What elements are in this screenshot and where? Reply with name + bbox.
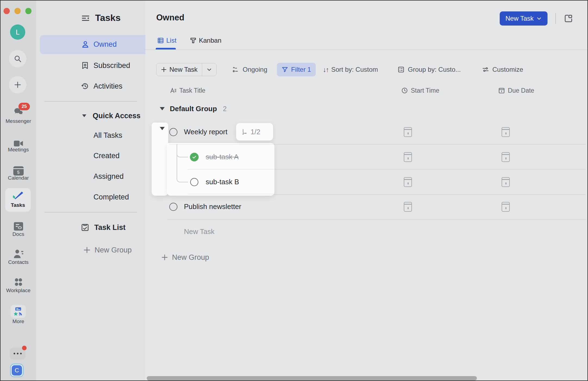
traffic-minimize-button[interactable] [14, 8, 21, 14]
collapse-sidebar-button[interactable] [81, 14, 90, 23]
sidebar-item-activities-label: Activities [93, 82, 123, 90]
clock-icon [401, 87, 408, 94]
due-date-placeholder-icon[interactable] [502, 177, 510, 187]
funnel-icon [282, 66, 288, 73]
task-list-label: Task List [94, 223, 126, 232]
search-button[interactable] [9, 50, 26, 67]
contacts-icon [14, 249, 23, 258]
new-task-header-button[interactable]: New Task [500, 11, 548, 26]
avatar[interactable]: L [10, 24, 25, 40]
kanban-view-icon [190, 37, 197, 44]
ongoing-filter-button[interactable]: Ongoing [232, 63, 267, 76]
sidebar-item-completed[interactable]: Completed [93, 191, 129, 203]
sidebar-item-contacts[interactable] [1, 249, 36, 258]
tasks-sidebar: Tasks Owned 2 Subscribed Activiti [36, 1, 145, 380]
sort-label: Sort by: Custom [331, 66, 378, 73]
sidebar-item-subscribed[interactable]: Subscribed [81, 60, 130, 71]
sidebar-item-activities[interactable]: Activities [81, 80, 123, 92]
task-checkbox[interactable] [169, 203, 177, 211]
plus-icon [83, 246, 91, 254]
group-header-default[interactable]: Default Group 2 [160, 103, 227, 114]
sidebar-item-meetings-label: Meetings [1, 147, 36, 153]
group-header-label: Default Group [170, 105, 217, 113]
inline-new-task-button[interactable]: New Task [184, 227, 214, 236]
tab-list-label: List [166, 37, 176, 44]
sidebar-new-group-button[interactable]: New Group [83, 244, 132, 256]
due-date-placeholder-icon[interactable] [502, 202, 510, 212]
traffic-close-button[interactable] [4, 8, 10, 14]
calendar-day-number: 5 [13, 169, 24, 176]
sidebar-item-docs[interactable] [1, 222, 36, 231]
new-task-header-label: New Task [505, 15, 534, 22]
group-by-button[interactable]: Group by: Custo... [398, 63, 461, 76]
task-checkbox-checked[interactable] [190, 153, 199, 161]
new-group-button[interactable]: New Group [161, 252, 209, 263]
column-task-title-label: Task Title [179, 87, 205, 94]
sidebar-item-assigned[interactable]: Assigned [93, 170, 124, 182]
start-time-placeholder-icon[interactable] [404, 152, 412, 162]
sidebar-item-created[interactable]: Created [93, 150, 120, 162]
ongoing-status-icon [232, 66, 239, 73]
subtask-counter-pill[interactable]: 1/2 [241, 126, 260, 138]
task-title: Weekly report [184, 128, 227, 136]
start-time-placeholder-icon[interactable] [404, 202, 412, 212]
traffic-zoom-button[interactable] [25, 8, 32, 14]
filter-button[interactable]: Filter 1 [277, 63, 316, 76]
avatar-initial: L [16, 28, 20, 36]
sidebar-item-workplace-label: Workplace [1, 288, 36, 293]
start-time-placeholder-icon[interactable] [404, 177, 412, 187]
group-by-label: Group by: Custo... [408, 66, 461, 73]
ongoing-label: Ongoing [243, 66, 267, 73]
chevron-down-icon [536, 16, 542, 21]
customize-button[interactable]: Customize [482, 63, 523, 76]
sidebar-title: Tasks [95, 13, 121, 23]
plus-icon [14, 81, 22, 89]
start-time-placeholder-icon[interactable] [404, 127, 412, 137]
ellipsis-icon [14, 353, 15, 354]
tab-kanban-label: Kanban [199, 37, 221, 44]
column-due-date[interactable]: Due Date [498, 85, 534, 96]
more-apps-icon [13, 307, 23, 316]
new-task-toolbar-button[interactable]: New Task [157, 63, 202, 76]
open-in-split-view-button[interactable] [564, 14, 573, 23]
filter-label: Filter 1 [291, 66, 311, 73]
caret-down-icon [82, 114, 86, 117]
task-checkbox[interactable] [169, 128, 177, 136]
page-title: Owned [156, 13, 184, 23]
subtask-connector [177, 144, 188, 182]
column-start-time[interactable]: Start Time [401, 85, 439, 96]
pinned-app-initial: C [15, 367, 19, 374]
task-checkbox[interactable] [190, 178, 198, 186]
create-button[interactable] [9, 76, 26, 93]
column-task-title[interactable]: Task Title [170, 85, 205, 96]
sidebar-item-calendar[interactable]: 5 [1, 166, 36, 176]
pinned-app-button[interactable]: C [10, 364, 24, 377]
task-list-icon [81, 223, 89, 232]
notification-dot [22, 346, 27, 350]
tab-list[interactable]: List [157, 35, 176, 46]
card-row-divider [187, 169, 274, 170]
caret-down-icon [160, 127, 165, 135]
row-expand-toggle[interactable] [160, 130, 165, 135]
due-date-placeholder-icon[interactable] [502, 127, 510, 137]
sidebar-item-tasks-active[interactable]: Tasks [5, 188, 31, 212]
group-by-icon [398, 66, 405, 73]
app-window: L 25 Messenger Meetings 5 Calendar [0, 0, 588, 381]
due-date-placeholder-icon[interactable] [502, 152, 510, 162]
quick-access-header[interactable]: Quick Access [82, 110, 140, 122]
new-task-dropdown-button[interactable] [202, 63, 216, 76]
sidebar-item-messenger[interactable] [1, 107, 36, 116]
sidebar-item-meetings[interactable] [1, 140, 36, 147]
horizontal-scrollbar[interactable] [147, 376, 477, 380]
task-list-header[interactable]: Task List [81, 221, 126, 233]
new-group-label: New Group [172, 253, 209, 262]
task-title: Publish newsletter [184, 202, 241, 211]
sort-button[interactable]: ↓↑ Sort by: Custom [323, 63, 378, 76]
collapse-sidebar-icon [81, 14, 90, 23]
caret-down-icon [160, 107, 165, 110]
messenger-unread-badge: 25 [18, 103, 30, 110]
tab-kanban[interactable]: Kanban [190, 35, 221, 46]
sidebar-item-all-tasks[interactable]: All Tasks [93, 129, 122, 141]
sidebar-item-workplace[interactable] [1, 277, 36, 287]
sidebar-item-more[interactable] [11, 305, 26, 318]
